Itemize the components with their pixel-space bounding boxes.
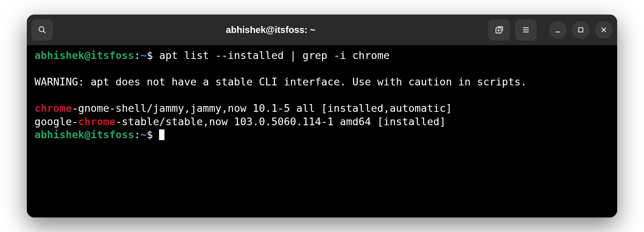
search-button[interactable] [31,19,53,41]
prompt-user-host: abhishek@itsfoss [34,49,134,61]
warning-text: WARNING: apt does not have a stable CLI … [34,76,527,88]
prompt-path: ~ [140,49,146,61]
minimize-button[interactable] [549,21,567,39]
close-button[interactable] [595,21,613,39]
svg-line-1 [43,31,46,33]
titlebar-right [488,19,613,41]
maximize-icon [577,26,585,34]
titlebar: abhishek@itsfoss: ~ [27,15,617,45]
titlebar-left [31,19,53,41]
hamburger-icon [522,26,530,34]
window-controls [549,21,613,39]
cursor [159,129,164,140]
prompt-dollar: $ [147,49,159,61]
svg-rect-11 [579,28,583,32]
new-tab-icon [495,26,503,34]
prompt-colon: : [134,49,140,61]
prompt-path: ~ [140,129,146,141]
search-icon [38,26,46,34]
close-icon [600,26,608,34]
terminal-body[interactable]: abhishek@itsfoss:~$ apt list --installed… [27,45,617,217]
prompt-user-host: abhishek@itsfoss [34,129,134,141]
match-highlight: chrome [34,102,72,114]
command-text: apt list --installed | grep -i chrome [159,49,389,61]
prompt-colon: : [134,129,140,141]
minimize-icon [554,26,562,34]
output-line-1-rest: -gnome-shell/jammy,jammy,now 10.1-5 all … [72,102,452,114]
menu-button[interactable] [515,19,537,41]
maximize-button[interactable] [572,21,590,39]
match-highlight: chrome [78,116,116,127]
output-line-2-pre: google- [34,116,78,127]
svg-point-0 [39,27,44,32]
new-tab-button[interactable] [488,19,510,41]
window-title: abhishek@itsfoss: ~ [57,25,485,35]
terminal-window: abhishek@itsfoss: ~ abhishek@itsfoss:~ [27,15,617,217]
output-line-2-rest: -stable/stable,now 103.0.5060.114-1 amd6… [115,116,446,127]
prompt-dollar: $ [147,129,159,141]
